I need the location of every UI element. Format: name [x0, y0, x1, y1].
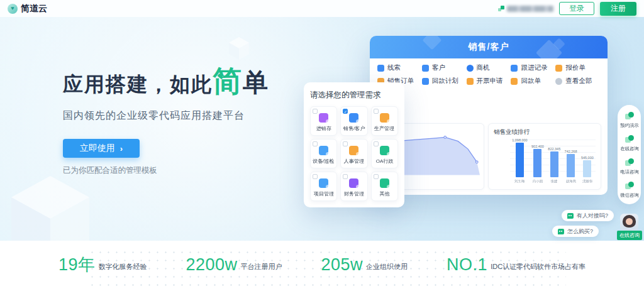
contact-item[interactable]: 预约演示	[619, 112, 640, 129]
customer-icon	[422, 65, 429, 72]
menu-item-label: 线索	[387, 63, 401, 72]
chat-icon	[567, 213, 574, 219]
tile-checkbox[interactable]	[374, 141, 379, 146]
cube-decoration	[228, 36, 250, 61]
need-selector-panel: 请选择您的管理需求 进销存 销售/客户 生产管理 设备/	[304, 82, 404, 207]
tile-checkbox[interactable]	[374, 109, 379, 114]
tile-checkbox[interactable]	[343, 109, 348, 114]
stat-card-value: 121单	[472, 104, 506, 113]
opportunity-icon	[467, 65, 474, 72]
payment-plan-icon	[422, 78, 429, 85]
need-tile[interactable]: OA行政	[371, 139, 398, 168]
bar	[583, 160, 591, 177]
oa-admin-icon	[380, 146, 389, 155]
phone-squares-icon	[498, 6, 504, 12]
hero-title-text: 应用搭建，如此	[63, 73, 213, 96]
dashboard-menu-item[interactable]: 开票申请	[467, 77, 511, 85]
cta-button[interactable]: 立即使用 ›	[63, 139, 140, 158]
tile-checkbox[interactable]	[374, 174, 379, 179]
need-tile[interactable]: 人事管理	[340, 139, 367, 168]
chevron-right-icon: ›	[120, 144, 123, 153]
stat-cards: 客户数 3283个 商机数 1244个 成单数 121单 成单金额 472839…	[370, 89, 608, 123]
logo-icon: ♥	[8, 4, 18, 14]
need-tile[interactable]: 销售/客户	[340, 106, 367, 136]
menu-item-label: 报价单	[565, 63, 586, 72]
stat-card-label: 成单数	[472, 94, 506, 102]
need-tiles: 进销存 销售/客户 生产管理 设备/巡检 人事管理	[310, 106, 398, 201]
login-button[interactable]: 登录	[559, 2, 594, 15]
tile-label: 人事管理	[344, 158, 364, 165]
tile-checkbox[interactable]	[343, 174, 348, 179]
bar-value-label: 742,268	[565, 150, 577, 153]
device-inspect-icon	[319, 146, 328, 155]
inventory-cart-icon	[319, 113, 328, 123]
key-stat-number: 2200w	[186, 256, 237, 273]
menu-item-label: 回款单	[521, 77, 541, 85]
online-chat-icon	[625, 135, 634, 143]
tile-checkbox[interactable]	[313, 109, 318, 114]
bar-value-label: 545,000	[581, 156, 594, 160]
stat-card-label: 成单金额	[518, 94, 551, 102]
contact-item[interactable]: 在线咨询	[619, 135, 640, 152]
wechat-icon	[625, 182, 634, 190]
key-stat: 19年 数字化服务经验	[58, 256, 147, 273]
dashboard-menu-item[interactable]: 查看全部	[555, 77, 600, 85]
contact-item[interactable]: 电话咨询	[619, 158, 640, 175]
other-squares-icon	[380, 178, 389, 188]
register-button[interactable]: 注册	[600, 2, 636, 16]
need-tile[interactable]: 其他	[371, 172, 398, 201]
chat-icon	[558, 229, 564, 234]
stats-row: 19年 数字化服务经验 2200w 平台注册用户 205w 企业组织使用 NO.…	[0, 256, 644, 273]
support-avatar[interactable]	[620, 214, 638, 231]
contact-item[interactable]: 微信咨询	[619, 182, 640, 199]
stat-card-label: 回款金额	[564, 94, 597, 102]
key-stat: 205w 企业组织使用	[321, 256, 408, 273]
logo-text: 简道云	[21, 3, 47, 14]
dashboard-menu-item[interactable]: 报价单	[555, 63, 600, 72]
stat-card-value: 1244个	[426, 104, 460, 113]
dashboard-menu-item[interactable]: 商机	[467, 63, 511, 72]
bar-category-label: 沈丽华	[582, 178, 592, 182]
need-tile[interactable]: 项目管理	[310, 172, 337, 201]
need-tile[interactable]: 生产管理	[371, 106, 398, 136]
chat-bubble[interactable]: 有人对接吗?	[562, 210, 614, 221]
key-stat-label: 企业组织使用	[366, 262, 408, 273]
dashboard-menu-item[interactable]: 回款单	[511, 77, 555, 85]
need-tile[interactable]: 财务管理	[340, 172, 367, 201]
bar-value-label: 902,400	[531, 145, 544, 148]
tile-checkbox[interactable]	[313, 174, 318, 179]
need-tile[interactable]: 进销存	[310, 106, 337, 136]
stat-card-value: 4728392元	[518, 104, 551, 113]
invoice-request-icon	[467, 78, 474, 85]
contact-item-label: 在线咨询	[620, 145, 638, 151]
tile-checkbox[interactable]	[313, 141, 318, 146]
key-stat-label: 平台注册用户	[241, 262, 282, 273]
dashboard-title: 销售/客户	[469, 41, 509, 53]
bar-chart-card: 销售业绩排行 1,098,000刘玉梅902,400向小园822,345张建74…	[488, 123, 601, 190]
quotation-icon	[555, 65, 562, 72]
bar-chart-title: 销售业绩排行	[494, 128, 596, 136]
contact-item-label: 微信咨询	[620, 192, 638, 198]
logo[interactable]: ♥ 简道云	[8, 3, 47, 14]
chat-bubble[interactable]: 怎么购买?	[552, 226, 599, 237]
menu-item-label: 回款计划	[432, 77, 458, 85]
dashboard-menu-item[interactable]: 回款计划	[422, 77, 467, 85]
dashboard-charts: 销售业绩排行 1,098,000刘玉梅902,400向小园822,345张建74…	[370, 123, 608, 190]
bar-value-label: 1,098,000	[512, 138, 527, 142]
tile-label: 项目管理	[314, 190, 334, 197]
need-tile[interactable]: 设备/巡检	[310, 139, 337, 168]
dashboard-menu-item[interactable]: 跟进记录	[511, 63, 555, 72]
menu-item-label: 商机	[477, 63, 490, 72]
production-icon	[380, 113, 389, 123]
online-support-badge[interactable]: 在线咨询	[617, 231, 642, 240]
bar-chart-y-axis	[494, 138, 510, 177]
tile-label: 设备/巡检	[313, 158, 335, 165]
phone-number	[498, 6, 553, 12]
tile-checkbox[interactable]	[343, 141, 348, 146]
bar	[567, 154, 575, 177]
dashboard-menu-item[interactable]: 客户	[422, 63, 467, 72]
bar-column: 1,098,000刘玉梅	[512, 138, 527, 183]
dashboard-card: 销售/客户 线索 客户 商机 跟进记录 报价单	[370, 36, 608, 195]
hero-title-suffix: 单	[243, 69, 269, 96]
dashboard-menu-item[interactable]: 线索	[377, 63, 422, 72]
